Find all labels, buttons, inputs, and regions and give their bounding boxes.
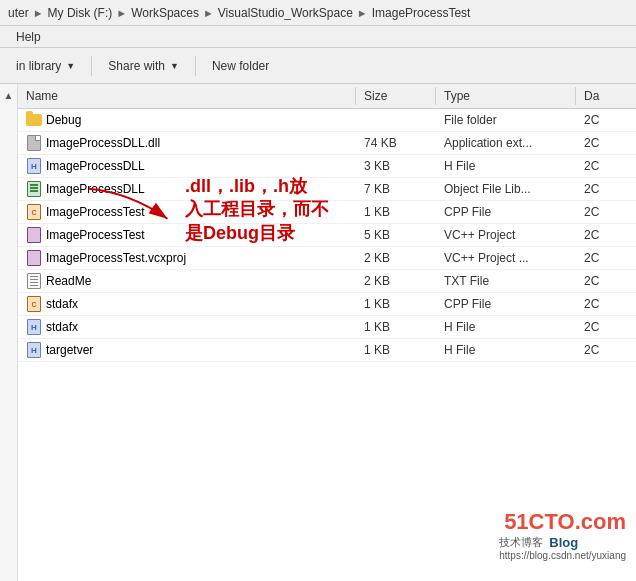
file-name: ImageProcessTest.vcxproj [46,251,186,265]
file-list: Name Size Type Da Debug File folder 2C I… [18,84,636,581]
txt-icon [26,273,42,289]
file-name-cell: Debug [18,111,356,129]
file-type: H File [436,158,576,174]
file-name-cell: H stdafx [18,318,356,336]
file-date: 2C [576,112,636,128]
column-headers: Name Size Type Da [18,84,636,109]
col-size-header[interactable]: Size [356,87,436,105]
table-row[interactable]: ImageProcessTest 5 KB VC++ Project 2C [18,224,636,247]
file-type: Application ext... [436,135,576,151]
file-type: H File [436,319,576,335]
file-name-cell: ImageProcessTest.vcxproj [18,249,356,267]
cpp-icon: C [26,296,42,312]
file-name: targetver [46,343,93,357]
file-name-cell: ImageProcessDLL [18,180,356,198]
h-file-icon: H [26,158,42,174]
breadcrumb-sep-0: ► [33,7,44,19]
dll-icon [26,135,42,151]
menu-help[interactable]: Help [8,28,49,46]
breadcrumb-item-1[interactable]: My Disk (F:) [48,6,113,20]
file-type: Object File Lib... [436,181,576,197]
file-name: ImageProcessTest [46,228,145,242]
col-type-header[interactable]: Type [436,87,576,105]
file-date: 2C [576,158,636,174]
breadcrumb-item-2[interactable]: WorkSpaces [131,6,199,20]
share-button-label: Share with [108,59,165,73]
file-date: 2C [576,296,636,312]
file-size: 74 KB [356,135,436,151]
file-size: 1 KB [356,204,436,220]
library-dropdown-icon: ▼ [66,61,75,71]
scroll-up-icon[interactable]: ▲ [2,88,16,103]
file-size: 7 KB [356,181,436,197]
file-type: CPP File [436,296,576,312]
breadcrumb-item-0[interactable]: uter [8,6,29,20]
file-size: 2 KB [356,250,436,266]
table-row[interactable]: H stdafx 1 KB H File 2C [18,316,636,339]
col-name-header[interactable]: Name [18,87,356,105]
file-type: VC++ Project ... [436,250,576,266]
file-date: 2C [576,319,636,335]
file-type: File folder [436,112,576,128]
file-date: 2C [576,342,636,358]
file-rows-container: Debug File folder 2C ImageProcessDLL.dll… [18,109,636,362]
table-row[interactable]: H ImageProcessDLL 3 KB H File 2C [18,155,636,178]
table-row[interactable]: ImageProcessTest.vcxproj 2 KB VC++ Proje… [18,247,636,270]
menu-bar: Help [0,26,636,48]
file-name: stdafx [46,297,78,311]
file-name-cell: ReadMe [18,272,356,290]
file-name: ImageProcessTest [46,205,145,219]
toolbar-separator-2 [195,56,196,76]
file-date: 2C [576,227,636,243]
file-size: 3 KB [356,158,436,174]
breadcrumb: uter ► My Disk (F:) ► WorkSpaces ► Visua… [0,0,636,26]
vcxproj-icon [26,250,42,266]
table-row[interactable]: ImageProcessDLL 7 KB Object File Lib... … [18,178,636,201]
file-date: 2C [576,135,636,151]
breadcrumb-item-4[interactable]: ImageProcessTest [372,6,471,20]
file-date: 2C [576,204,636,220]
main-area: ▲ Name Size Type Da Debug File folder 2C [0,84,636,581]
file-name-cell: H ImageProcessDLL [18,157,356,175]
cpp-icon: C [26,204,42,220]
table-row[interactable]: C ImageProcessTest 1 KB CPP File 2C [18,201,636,224]
new-folder-button[interactable]: New folder [204,56,277,76]
breadcrumb-item-3[interactable]: VisualStudio_WorkSpace [218,6,353,20]
table-row[interactable]: ImageProcessDLL.dll 74 KB Application ex… [18,132,636,155]
share-button[interactable]: Share with ▼ [100,56,187,76]
main-container: uter ► My Disk (F:) ► WorkSpaces ► Visua… [0,0,636,581]
h-file-icon: H [26,342,42,358]
library-button-label: in library [16,59,61,73]
table-row[interactable]: H targetver 1 KB H File 2C [18,339,636,362]
file-name-cell: H targetver [18,341,356,359]
table-row[interactable]: Debug File folder 2C [18,109,636,132]
file-name-cell: ImageProcessTest [18,226,356,244]
toolbar-separator-1 [91,56,92,76]
file-name: stdafx [46,320,78,334]
library-button[interactable]: in library ▼ [8,56,83,76]
file-name-cell: C stdafx [18,295,356,313]
file-name: ImageProcessDLL.dll [46,136,160,150]
file-type: H File [436,342,576,358]
folder-icon [26,112,42,128]
file-type: VC++ Project [436,227,576,243]
table-row[interactable]: ReadMe 2 KB TXT File 2C [18,270,636,293]
vcxproj-icon [26,227,42,243]
col-date-header[interactable]: Da [576,87,636,105]
file-date: 2C [576,181,636,197]
file-date: 2C [576,250,636,266]
file-name: ImageProcessDLL [46,182,145,196]
file-name: ReadMe [46,274,91,288]
file-size: 1 KB [356,319,436,335]
share-dropdown-icon: ▼ [170,61,179,71]
table-row[interactable]: C stdafx 1 KB CPP File 2C [18,293,636,316]
file-size: 1 KB [356,296,436,312]
file-name-cell: C ImageProcessTest [18,203,356,221]
toolbar: in library ▼ Share with ▼ New folder [0,48,636,84]
breadcrumb-sep-3: ► [357,7,368,19]
file-name: Debug [46,113,81,127]
new-folder-button-label: New folder [212,59,269,73]
lib-icon [26,181,42,197]
file-name: ImageProcessDLL [46,159,145,173]
file-size [356,119,436,121]
